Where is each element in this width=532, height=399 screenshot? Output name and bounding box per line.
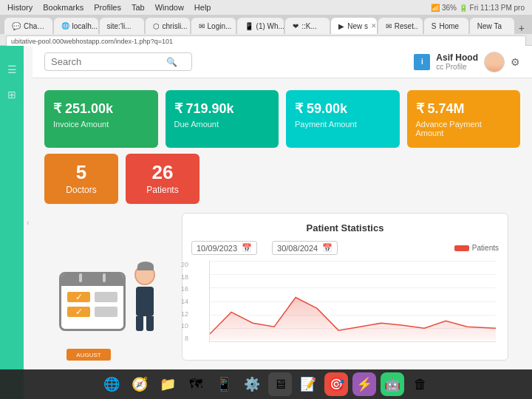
legend-color-patients — [454, 245, 469, 251]
browser-tab[interactable]: ✉Login... — [191, 18, 236, 34]
patients-count: 26 — [140, 163, 185, 182]
bottom-button[interactable]: AUGUST — [66, 349, 111, 361]
stat-card-due: ₹ 719.90k Due Amount — [166, 90, 279, 148]
top-bar: 🔍 i Asif Hood cc Profile ⚙ — [33, 46, 532, 78]
count-row: 5 Doctors 26 Patients — [33, 154, 532, 213]
invoice-amount: ₹ 251.00k — [53, 100, 149, 117]
dock-settings[interactable]: ⚙️ — [240, 372, 264, 396]
date-from-value: 10/09/2023 — [197, 244, 237, 253]
dock-design[interactable]: 🎯 — [324, 372, 348, 396]
calendar-icon: ✓ ✓ — [59, 272, 126, 331]
menu-profiles[interactable]: Profiles — [94, 3, 121, 12]
stats-row: ₹ 251.00k Invoice Amount ₹ 719.90k Due A… — [33, 78, 532, 154]
patients-label: Patients — [140, 185, 185, 195]
doctors-count: 5 — [59, 163, 103, 182]
chart-controls: 10/09/2023 📅 30/08/2024 📅 Patients — [191, 241, 499, 255]
invoice-label: Invoice Amount — [53, 120, 149, 129]
sidebar-grid-icon[interactable]: ⊞ — [3, 86, 21, 103]
calendar-icon: 📅 — [242, 243, 252, 253]
date-from-input[interactable]: 10/09/2023 📅 — [191, 241, 257, 255]
chart-section: Patient Statistics 10/09/2023 📅 30/08/20… — [182, 213, 508, 361]
browser-tab[interactable]: New Ta — [470, 18, 514, 34]
search-input[interactable] — [51, 56, 162, 67]
user-section: i Asif Hood cc Profile ⚙ — [414, 52, 520, 72]
menu-bookmarks[interactable]: Bookmarks — [43, 3, 83, 12]
menu-history[interactable]: History — [7, 3, 33, 12]
dock-safari[interactable]: 🧭 — [128, 372, 151, 396]
chart-line-svg — [210, 261, 496, 341]
sidebar: ☰ ⊞ — [0, 46, 24, 399]
advance-amount: ₹ 5.74M — [416, 100, 512, 117]
dock-zap[interactable]: ⚡ — [352, 372, 376, 396]
chart-area — [209, 261, 496, 342]
new-tab-button[interactable]: + — [516, 22, 528, 34]
chart-row: ✓ ✓ — [33, 213, 532, 372]
count-card-doctors: 5 Doctors — [44, 154, 118, 204]
dock-notes[interactable]: 📝 — [296, 372, 320, 396]
browser-tab[interactable]: SHome — [424, 18, 468, 34]
advance-label: Advance Payment Amount — [416, 120, 512, 137]
menu-window[interactable]: Window — [155, 3, 184, 12]
dock-terminal[interactable]: 🖥 — [268, 372, 292, 396]
dock-maps[interactable]: 🗺 — [184, 372, 208, 396]
browser-tab-active[interactable]: ▶New s✕ — [331, 18, 377, 34]
browser-tab[interactable]: ❤::K... — [285, 18, 330, 34]
doctors-label: Doctors — [59, 185, 103, 195]
browser-tab[interactable]: ⬡chrisli... — [146, 18, 190, 34]
chart-container: 20 18 16 14 12 10 8 — [191, 261, 499, 342]
sidebar-chevron[interactable]: ‹ — [24, 46, 33, 399]
stat-card-advance: ₹ 5.74M Advance Payment Amount — [407, 90, 521, 148]
user-role: cc Profile — [436, 63, 478, 71]
legend-label-patients: Patients — [472, 244, 499, 252]
user-icon-box: i — [414, 54, 430, 70]
search-box[interactable]: 🔍 — [44, 52, 192, 71]
due-amount: ₹ 719.90k — [174, 100, 270, 117]
dock-android[interactable]: 🤖 — [381, 372, 404, 396]
dock-chrome[interactable]: 🌐 — [100, 372, 123, 396]
avatar — [484, 52, 505, 72]
illustration-area: ✓ ✓ — [52, 265, 155, 361]
user-info: Asif Hood cc Profile — [436, 52, 478, 71]
sidebar-menu-icon[interactable]: ☰ — [3, 61, 21, 78]
stat-card-invoice: ₹ 251.00k Invoice Amount — [44, 90, 158, 148]
dock-finder[interactable]: 📁 — [156, 372, 180, 396]
date-to-input[interactable]: 30/08/2024 📅 — [272, 241, 338, 255]
date-to-value: 30/08/2024 — [277, 244, 318, 253]
menu-bar: History Bookmarks Profiles Tab Window He… — [0, 0, 532, 15]
browser-chrome: History Bookmarks Profiles Tab Window He… — [0, 0, 532, 46]
chart-legend: Patients — [454, 244, 499, 252]
due-label: Due Amount — [174, 120, 270, 129]
calendar-icon: 📅 — [322, 243, 332, 253]
browser-tab[interactable]: 💬ChatGl... — [4, 18, 52, 34]
character-figure — [134, 265, 155, 331]
main-content: 🔍 i Asif Hood cc Profile ⚙ ₹ 251.00k Inv… — [33, 46, 532, 399]
stat-card-payment: ₹ 59.00k Payment Amount — [286, 90, 400, 148]
url-text: ubitative-pool.000webhostapp.com/index-1… — [11, 38, 173, 45]
menu-tab[interactable]: Tab — [132, 3, 145, 12]
avatar-face — [485, 52, 504, 72]
payment-amount: ₹ 59.00k — [295, 100, 391, 117]
search-icon: 🔍 — [166, 57, 177, 67]
payment-label: Payment Amount — [295, 120, 391, 129]
dock-trash[interactable]: 🗑 — [409, 372, 432, 396]
y-axis: 20 18 16 14 12 10 8 — [174, 261, 188, 342]
browser-tab[interactable]: 🌐localh... — [54, 18, 98, 34]
taskbar: 🌐 🧭 📁 🗺 📱 ⚙️ 🖥 📝 🎯 ⚡ 🤖 🗑 — [0, 369, 532, 399]
gear-icon[interactable]: ⚙ — [511, 56, 520, 68]
illustration: ✓ ✓ — [44, 213, 163, 361]
tabs-bar: 💬ChatGl... 🌐localh... site:'li... ⬡chris… — [0, 15, 532, 34]
chart-title: Patient Statistics — [191, 222, 499, 233]
dock-appstore[interactable]: 📱 — [212, 372, 236, 396]
user-name: Asif Hood — [436, 52, 478, 63]
menu-help[interactable]: Help — [194, 3, 211, 12]
count-card-patients: 26 Patients — [126, 154, 200, 204]
browser-tab[interactable]: ✉Reset.. — [378, 18, 423, 34]
browser-tab[interactable]: site:'li... — [100, 18, 144, 34]
browser-tab[interactable]: 📱(1) Wh... — [237, 18, 284, 34]
